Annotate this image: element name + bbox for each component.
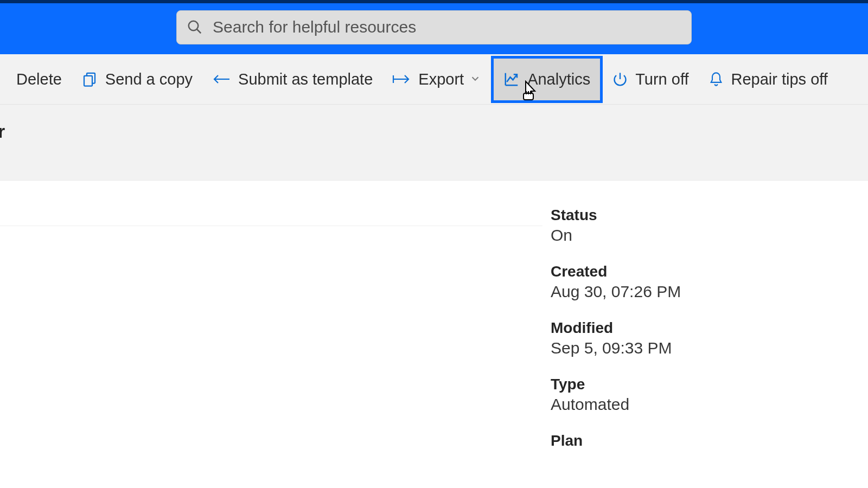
delete-label: Delete xyxy=(16,70,62,88)
svg-rect-3 xyxy=(84,76,92,86)
submit-template-button[interactable]: Submit as template xyxy=(202,62,382,97)
analytics-button[interactable]: Analytics xyxy=(491,56,603,103)
repair-tips-off-button[interactable]: Repair tips off xyxy=(699,62,838,97)
created-value: Aug 30, 07:26 PM xyxy=(551,282,868,301)
svg-line-1 xyxy=(197,29,201,34)
command-bar: Delete Send a copy Submit as template xyxy=(0,54,868,105)
subheader-region: r xyxy=(0,105,868,181)
divider xyxy=(0,226,542,226)
type-label: Type xyxy=(551,376,868,393)
analytics-label: Analytics xyxy=(527,70,590,88)
search-icon xyxy=(187,19,203,35)
power-icon xyxy=(612,72,628,87)
content-region: Status On Created Aug 30, 07:26 PM Modif… xyxy=(0,181,868,450)
chevron-down-icon xyxy=(469,70,481,88)
status-value: On xyxy=(551,226,868,245)
svg-point-0 xyxy=(189,21,199,31)
created-label: Created xyxy=(551,263,868,280)
bell-icon xyxy=(709,71,724,87)
page-title-fragment: r xyxy=(0,121,5,142)
export-label: Export xyxy=(418,70,464,88)
status-field: Status On xyxy=(551,207,868,245)
type-value: Automated xyxy=(551,395,868,414)
search-input[interactable] xyxy=(213,18,681,36)
created-field: Created Aug 30, 07:26 PM xyxy=(551,263,868,301)
export-icon xyxy=(392,73,411,85)
details-column: Status On Created Aug 30, 07:26 PM Modif… xyxy=(551,207,868,450)
copy-icon xyxy=(81,71,98,87)
type-field: Type Automated xyxy=(551,376,868,414)
send-copy-button[interactable]: Send a copy xyxy=(72,62,202,97)
delete-button[interactable]: Delete xyxy=(7,62,72,97)
app-header xyxy=(0,0,868,54)
modified-label: Modified xyxy=(551,319,868,337)
repair-tips-off-label: Repair tips off xyxy=(731,70,828,88)
plan-label: Plan xyxy=(551,432,868,450)
search-box[interactable] xyxy=(176,10,692,44)
turn-off-button[interactable]: Turn off xyxy=(603,62,698,97)
modified-value: Sep 5, 09:33 PM xyxy=(551,339,868,357)
modified-field: Modified Sep 5, 09:33 PM xyxy=(551,319,868,357)
status-label: Status xyxy=(551,207,868,224)
export-button[interactable]: Export xyxy=(382,62,491,97)
submit-template-label: Submit as template xyxy=(238,70,373,88)
turn-off-label: Turn off xyxy=(635,70,688,88)
analytics-icon xyxy=(503,71,520,87)
arrow-left-icon xyxy=(212,73,231,85)
send-copy-label: Send a copy xyxy=(105,70,193,88)
plan-field: Plan xyxy=(551,432,868,450)
